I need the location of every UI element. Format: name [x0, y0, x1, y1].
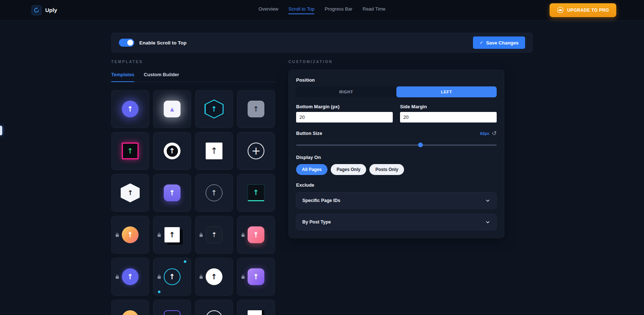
crown-badge-icon	[557, 7, 564, 13]
lock-icon	[199, 233, 203, 237]
lock-icon	[241, 233, 245, 237]
save-changes-button[interactable]: ✓ Save Changes	[473, 36, 525, 49]
template-tile-square-pink-gradient[interactable]: ↑	[237, 216, 275, 254]
slider-thumb[interactable]	[418, 143, 423, 147]
button-size-value: 62px	[480, 131, 489, 136]
bottom-margin-input[interactable]	[296, 112, 393, 122]
lock-icon	[241, 275, 245, 279]
up-arrow-icon: ↑	[253, 189, 259, 196]
templates-section-label: TEMPLATES	[111, 60, 275, 64]
square-dark-teal-preview: ↑	[248, 184, 264, 201]
slider-track	[296, 144, 497, 146]
position-right-button[interactable]: RIGHT	[296, 86, 396, 97]
template-tile-square-white-bar[interactable]: ↑	[237, 300, 275, 315]
square-purple-preview: ↑	[164, 184, 181, 201]
collapsed-panel-handle[interactable]	[0, 126, 2, 135]
display-posts-only-button[interactable]: Posts Only	[369, 164, 404, 175]
up-arrow-icon: ⇡	[211, 232, 217, 238]
template-tile-square-white-triangle[interactable]: ▲	[153, 90, 191, 128]
position-left-button[interactable]: LEFT	[396, 86, 497, 97]
position-label: Position	[296, 77, 497, 83]
customization-section-label: CUSTOMIZATION	[288, 60, 504, 64]
template-tile-circle-indigo-glow[interactable]: ↑	[111, 90, 149, 128]
up-arrow-icon: ↑	[127, 147, 133, 155]
tab-templates[interactable]: Templates	[111, 72, 134, 82]
template-tile-circle-white-black[interactable]: ↑	[153, 132, 191, 170]
exclude-label: Exclude	[296, 182, 497, 188]
display-pages-only-button[interactable]: Pages Only	[331, 164, 366, 175]
nav-overview[interactable]: Overview	[259, 6, 278, 14]
customization-section: CUSTOMIZATION Position RIGHTLEFT Bottom …	[288, 56, 504, 315]
template-tile-square-outline-purple[interactable]: ↑	[153, 300, 191, 315]
chevron-down-icon	[485, 219, 490, 225]
up-arrow-icon: ↑	[169, 231, 175, 238]
template-tile-square-white-shadow[interactable]: ↑	[153, 216, 191, 254]
template-tile-square-gray[interactable]: ↑	[237, 90, 275, 128]
template-tile-circle-sunset[interactable]: ↑	[111, 216, 149, 254]
square-white-thin-preview: ↑	[206, 143, 222, 159]
circle-orange-preview: ↑	[122, 310, 139, 315]
square-white-bar-preview: ↑	[248, 310, 264, 315]
position-segmented-control: RIGHTLEFT	[296, 86, 497, 97]
check-icon: ✓	[480, 40, 483, 45]
display-all-pages-button[interactable]: All Pages	[296, 164, 327, 175]
template-tile-circle-orange[interactable]: ↑	[111, 300, 149, 315]
square-pink-gradient-preview: ↑	[248, 226, 264, 243]
circle-cyan-dots-preview: ↑	[164, 268, 181, 285]
up-arrow-icon: ↑	[169, 147, 175, 155]
template-tile-square-white-thin[interactable]: ↑	[195, 132, 233, 170]
template-tile-hex-cyan-outline[interactable]: ↑	[195, 90, 233, 128]
side-margin-input[interactable]	[400, 112, 497, 122]
up-arrow-icon: ↑	[127, 273, 133, 280]
template-tile-circle-outline-thin[interactable]: ↑	[195, 174, 233, 212]
template-tile-square-neon-magenta[interactable]: ↑	[111, 132, 149, 170]
template-tile-square-purple[interactable]: ↑	[153, 174, 191, 212]
button-size-slider[interactable]	[296, 143, 497, 147]
template-tabs: TemplatesCustom Builder	[111, 72, 275, 82]
up-arrow-icon: ↑	[127, 231, 133, 238]
brand: Uply	[31, 5, 57, 15]
toggle-knob	[127, 40, 133, 46]
exclude-specific-page-ids-accordion[interactable]: Specific Page IDs	[296, 192, 497, 209]
template-tile-circle-outline-white2[interactable]: ↑	[195, 300, 233, 315]
circle-outline-thin-preview: ↑	[206, 184, 222, 201]
reset-size-icon[interactable]: ↺	[492, 130, 497, 137]
lock-icon	[157, 275, 162, 279]
circle-outline-white2-preview: ↑	[206, 310, 222, 315]
square-dark-dotted-preview: ⇡	[206, 226, 222, 243]
enable-bar: Enable Scroll to Top ✓ Save Changes	[111, 33, 533, 52]
nav-read-time[interactable]: Read Time	[362, 6, 385, 14]
template-tile-square-dark-dotted[interactable]: ⇡	[195, 216, 233, 254]
lock-icon	[157, 233, 162, 237]
enable-scroll-toggle[interactable]	[119, 39, 134, 47]
nav-scroll-to-top[interactable]: Scroll to Top	[288, 6, 314, 14]
up-arrow-icon: ↑	[127, 190, 133, 196]
chevron-down-icon	[485, 198, 490, 203]
up-arrow-icon: ↑	[127, 105, 133, 113]
display-on-label: Display On	[296, 155, 497, 160]
up-arrow-icon: ↑	[253, 105, 259, 113]
template-tile-square-dark-teal[interactable]: ↑	[237, 174, 275, 212]
template-tile-circle-cyan-dots[interactable]: ↑	[153, 258, 191, 296]
template-tile-circle-indigo[interactable]: ↑	[111, 258, 149, 296]
up-arrow-icon: ▲	[170, 106, 174, 112]
exclude-item-label: Specific Page IDs	[302, 198, 340, 203]
lock-icon	[199, 275, 203, 279]
template-tile-square-violet-gradient[interactable]: ↑	[237, 258, 275, 296]
nav-progress-bar[interactable]: Progress Bar	[325, 6, 352, 14]
exclude-by-post-type-accordion[interactable]: By Post Type	[296, 214, 497, 230]
upgrade-to-pro-button[interactable]: UPGRADE TO PRO	[550, 3, 616, 17]
up-arrow-icon: ↑	[169, 189, 175, 197]
lock-icon	[115, 233, 120, 237]
circle-indigo-preview: ↑	[122, 268, 139, 285]
template-tile-circle-outline-plus[interactable]: +	[237, 132, 275, 170]
square-white-triangle-preview: ▲	[164, 101, 181, 117]
tab-custom-builder[interactable]: Custom Builder	[144, 72, 179, 82]
template-tile-hex-white[interactable]: ↑	[111, 174, 149, 212]
side-margin-label: Side Margin	[400, 104, 497, 109]
lock-icon	[115, 275, 120, 279]
square-white-shadow-preview: ↑	[164, 227, 180, 242]
exclude-accordions: Specific Page IDsBy Post Type	[296, 192, 497, 230]
template-tile-circle-white[interactable]: ↑	[195, 258, 233, 296]
square-gray-preview: ↑	[248, 101, 264, 117]
